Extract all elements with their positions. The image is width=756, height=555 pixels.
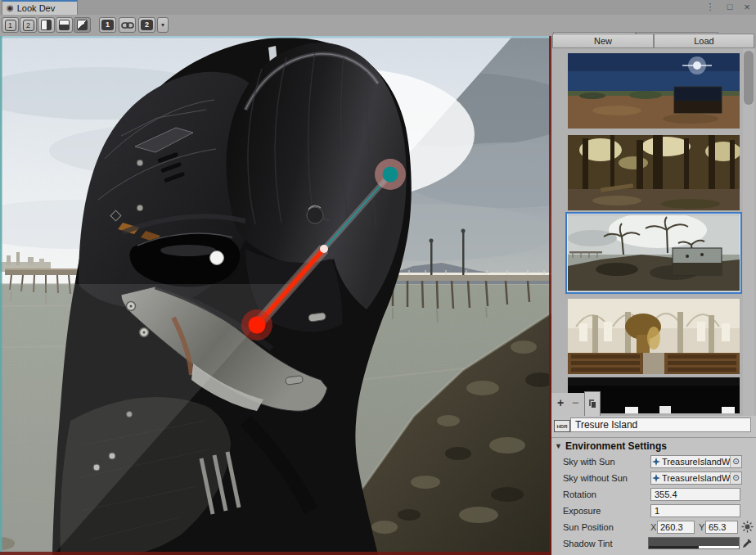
remove-environment-button[interactable]: − bbox=[568, 395, 583, 410]
sky-without-sun-value: TreasureIslandWh bbox=[661, 473, 730, 483]
single-view-1-button[interactable]: 1 bbox=[2, 17, 19, 33]
env-thumbnail-3[interactable] bbox=[568, 215, 740, 291]
single-view-2-button[interactable]: 2 bbox=[20, 17, 37, 33]
view1-border-top bbox=[0, 36, 551, 38]
divider bbox=[551, 437, 756, 438]
environment-library-list: + − bbox=[551, 48, 756, 416]
view1-border-left bbox=[0, 36, 2, 555]
env-list-scrollbar[interactable] bbox=[743, 48, 754, 416]
exposure-label: Exposure bbox=[563, 506, 601, 516]
view2-border-bottom bbox=[0, 552, 551, 555]
environment-name-input[interactable] bbox=[570, 417, 751, 432]
sky-with-sun-value: TreasureIslandWh bbox=[661, 457, 730, 467]
shadow-tint-color-field[interactable] bbox=[648, 537, 740, 549]
row-shadow-tint: Shadow Tint bbox=[551, 536, 756, 553]
side-by-side-view-button[interactable] bbox=[38, 17, 55, 33]
sun-picker-icon[interactable] bbox=[741, 521, 754, 533]
scrollbar-thumb[interactable] bbox=[744, 51, 754, 105]
split-gizmo-red-handle[interactable] bbox=[249, 317, 266, 334]
duplicate-environment-button[interactable] bbox=[584, 391, 601, 416]
row-exposure: Exposure bbox=[551, 503, 756, 520]
horizontal-split-icon bbox=[59, 20, 70, 30]
sun-y-label: Y bbox=[699, 522, 704, 532]
new-button[interactable]: New bbox=[552, 34, 654, 48]
camera-2-button[interactable]: 2 bbox=[138, 17, 155, 33]
sky-with-sun-object-field[interactable]: TreasureIslandWh ⊙ bbox=[650, 455, 742, 468]
sky-without-sun-object-field[interactable]: TreasureIslandWh ⊙ bbox=[650, 472, 742, 485]
settings-header-label: Environment Settings bbox=[565, 440, 667, 452]
sky-with-sun-label: Sky with Sun bbox=[563, 457, 615, 467]
window-menu-icon[interactable]: ⋮ bbox=[704, 0, 717, 13]
lookdev-viewport[interactable] bbox=[0, 36, 551, 555]
split-gizmo-center-handle[interactable] bbox=[320, 245, 328, 253]
link-cameras-button[interactable] bbox=[119, 17, 136, 33]
window-title: Look Dev bbox=[17, 3, 55, 13]
sun-x-label: X bbox=[650, 522, 656, 532]
view-2-icon: 2 bbox=[23, 20, 34, 31]
sun-y-input[interactable] bbox=[705, 521, 738, 534]
env-thumbnail-1[interactable] bbox=[568, 53, 740, 129]
row-sky-with-sun: Sky with Sun TreasureIslandWh ⊙ bbox=[551, 454, 756, 471]
camera-1-button[interactable]: 1 bbox=[99, 17, 116, 33]
env-thumbnail-4[interactable] bbox=[568, 299, 740, 374]
cubemap-icon bbox=[652, 474, 660, 482]
sun-x-input[interactable] bbox=[657, 521, 695, 534]
add-environment-button[interactable]: + bbox=[553, 395, 568, 410]
eye-icon: ◉ bbox=[7, 4, 14, 12]
thumbnail-inset bbox=[673, 248, 722, 275]
row-sun-position: Sun Position X Y bbox=[551, 520, 756, 536]
camera-1-icon: 1 bbox=[101, 20, 114, 30]
environment-settings-header[interactable]: ▼ Environment Settings bbox=[555, 440, 667, 452]
tab-look-dev[interactable]: ◉ Look Dev bbox=[2, 0, 78, 15]
alpha-bar bbox=[649, 546, 739, 548]
rotation-label: Rotation bbox=[563, 490, 596, 499]
view-1-icon: 1 bbox=[5, 20, 16, 31]
environment-settings-panel: HDR ▼ Environment Settings Sky with Sun … bbox=[551, 416, 756, 555]
thumbnail-inset bbox=[674, 87, 722, 113]
zone-view-button[interactable] bbox=[74, 17, 91, 33]
split-view-button[interactable] bbox=[56, 17, 73, 33]
camera-2-icon: 2 bbox=[141, 20, 153, 30]
camera-options-dropdown[interactable]: ▾ bbox=[157, 17, 169, 33]
diagonal-split-icon bbox=[77, 20, 88, 30]
object-picker-icon[interactable]: ⊙ bbox=[730, 472, 741, 484]
rotation-input[interactable] bbox=[650, 488, 740, 501]
title-bar: ◉ Look Dev ⋮ □ × bbox=[0, 0, 756, 16]
link-icon bbox=[121, 21, 134, 29]
duplicate-icon bbox=[588, 399, 597, 409]
load-button[interactable]: Load bbox=[654, 34, 754, 48]
sky-without-sun-label: Sky without Sun bbox=[563, 473, 628, 483]
exposure-input[interactable] bbox=[650, 504, 740, 517]
object-picker-icon[interactable]: ⊙ bbox=[730, 456, 741, 467]
row-sky-without-sun: Sky without Sun TreasureIslandWh ⊙ bbox=[551, 471, 756, 487]
split-gizmo-blue-handle[interactable] bbox=[383, 167, 398, 183]
foldout-arrow-icon[interactable]: ▼ bbox=[555, 442, 562, 450]
hdr-badge: HDR bbox=[554, 420, 570, 432]
sun-position-label: Sun Position bbox=[563, 522, 614, 532]
vertical-split-icon bbox=[41, 20, 52, 30]
shadow-tint-label: Shadow Tint bbox=[563, 539, 613, 548]
cubemap-icon bbox=[652, 458, 660, 466]
maximize-icon[interactable]: □ bbox=[723, 0, 736, 13]
env-thumbnail-2[interactable] bbox=[568, 135, 740, 210]
row-rotation: Rotation bbox=[551, 487, 756, 503]
eyedropper-icon[interactable] bbox=[741, 537, 754, 549]
close-icon[interactable]: × bbox=[740, 0, 754, 13]
